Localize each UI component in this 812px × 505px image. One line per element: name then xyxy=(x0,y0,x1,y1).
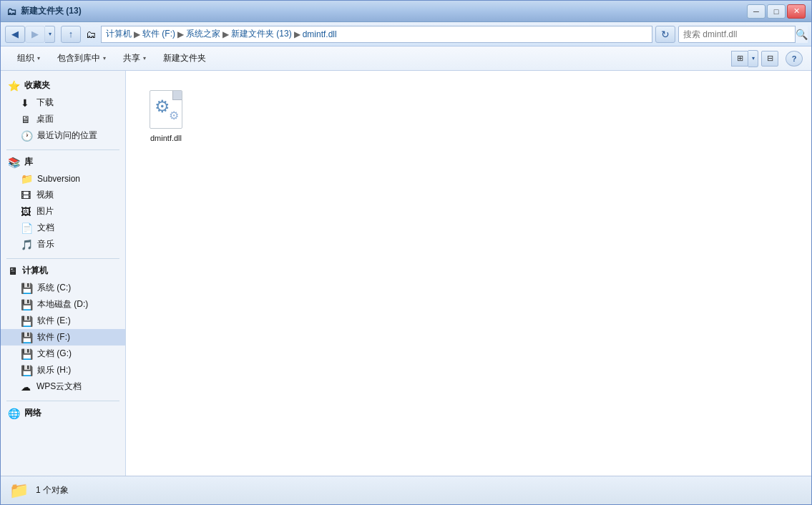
sidebar-item-drive-f[interactable]: 💾 软件 (F:) xyxy=(1,329,125,345)
drive-d-icon: 💾 xyxy=(21,299,33,310)
subversion-icon: 📁 xyxy=(21,173,33,185)
title-bar-left: 🗂 新建文件夹 (13) xyxy=(6,5,82,17)
include-in-library-button[interactable]: 包含到库中 ▾ xyxy=(49,49,114,68)
drive-c-icon: 💾 xyxy=(21,283,33,294)
content-area: ⚙ ⚙ dmintf.dll xyxy=(126,71,811,476)
include-dropdown-icon: ▾ xyxy=(103,55,106,62)
recent-label: 最近访问的位置 xyxy=(37,129,97,142)
search-icon[interactable]: 🔍 xyxy=(795,26,808,43)
folder-nav-icon: 🗂 xyxy=(84,27,98,41)
status-bar: 📁 1 个对象 xyxy=(1,476,811,504)
sidebar-item-drive-c[interactable]: 💾 系统 (C:) xyxy=(1,280,125,296)
video-label: 视频 xyxy=(36,189,54,201)
favorites-header[interactable]: ⭐ 收藏夹 xyxy=(1,77,125,94)
view-buttons: ⊞ ▾ ⊟ xyxy=(731,50,778,67)
drive-g-icon: 💾 xyxy=(21,348,33,360)
desktop-label: 桌面 xyxy=(36,113,54,125)
library-label: 库 xyxy=(24,156,33,168)
file-item-dll[interactable]: ⚙ ⚙ dmintf.dll xyxy=(137,82,195,148)
gear-secondary-icon: ⚙ xyxy=(169,109,179,122)
sidebar-item-music[interactable]: 🎵 音乐 xyxy=(1,236,125,252)
computer-icon: 🖥 xyxy=(8,265,18,277)
sidebar-item-drive-e[interactable]: 💾 软件 (E:) xyxy=(1,313,125,329)
close-button[interactable]: ✕ xyxy=(787,4,806,19)
recent-icon: 🕐 xyxy=(21,130,33,142)
breadcrumb-computer[interactable]: 计算机 xyxy=(106,28,132,40)
maximize-button[interactable]: □ xyxy=(767,4,786,19)
desktop-icon: 🖥 xyxy=(21,114,32,125)
up-button[interactable]: ↑ xyxy=(61,26,81,43)
back-button[interactable]: ◀ xyxy=(5,26,25,43)
sidebar-item-drive-g[interactable]: 💾 文档 (G:) xyxy=(1,345,125,362)
sidebar-item-wps-cloud[interactable]: ☁ WPS云文档 xyxy=(1,378,125,395)
forward-button[interactable]: ▶ xyxy=(25,26,45,43)
drive-c-label: 系统 (C:) xyxy=(37,282,71,294)
sidebar-item-subversion[interactable]: 📁 Subversion xyxy=(1,171,125,187)
divider-1 xyxy=(6,149,119,150)
search-input[interactable] xyxy=(679,29,795,39)
main-area: ⭐ 收藏夹 ⬇ 下载 🖥 桌面 🕐 最近访问的位置 📚 库 xyxy=(1,71,811,476)
download-icon: ⬇ xyxy=(21,97,32,109)
wps-cloud-label: WPS云文档 xyxy=(36,381,82,393)
subversion-label: Subversion xyxy=(37,174,80,184)
network-label: 网络 xyxy=(24,407,41,419)
computer-header[interactable]: 🖥 计算机 xyxy=(1,262,125,280)
music-label: 音乐 xyxy=(37,238,54,250)
breadcrumb-folder1[interactable]: 系统之家 xyxy=(186,28,220,40)
nav-dropdown[interactable]: ▾ xyxy=(45,26,55,43)
view-dropdown[interactable]: ▾ xyxy=(748,50,758,67)
pictures-label: 图片 xyxy=(36,205,54,217)
download-label: 下载 xyxy=(36,97,54,109)
share-button[interactable]: 共享 ▾ xyxy=(115,49,154,68)
network-icon: 🌐 xyxy=(8,408,20,419)
drive-f-icon: 💾 xyxy=(21,332,33,343)
sidebar-item-drive-h[interactable]: 💾 娱乐 (H:) xyxy=(1,362,125,378)
drive-h-icon: 💾 xyxy=(21,365,33,376)
organize-label: 组织 xyxy=(17,52,34,64)
favorites-label: 收藏夹 xyxy=(24,79,50,92)
divider-2 xyxy=(6,258,119,259)
sidebar-item-download[interactable]: ⬇ 下载 xyxy=(1,94,125,111)
sidebar-item-pictures[interactable]: 🖼 图片 xyxy=(1,203,125,220)
library-header[interactable]: 📚 库 xyxy=(1,153,125,171)
sidebar-section-favorites: ⭐ 收藏夹 ⬇ 下载 🖥 桌面 🕐 最近访问的位置 xyxy=(1,77,125,144)
organize-dropdown-icon: ▾ xyxy=(37,55,40,62)
help-button[interactable]: ? xyxy=(786,51,803,67)
refresh-button[interactable]: ↻ xyxy=(655,26,675,43)
network-header[interactable]: 🌐 网络 xyxy=(1,404,125,422)
sidebar-section-network: 🌐 网络 xyxy=(1,404,125,422)
file-list: ⚙ ⚙ dmintf.dll xyxy=(137,82,800,464)
window-title: 新建文件夹 (13) xyxy=(21,5,82,17)
title-bar: 🗂 新建文件夹 (13) ─ □ ✕ xyxy=(1,1,811,22)
sidebar-item-documents[interactable]: 📄 文档 xyxy=(1,220,125,236)
gear-main-icon: ⚙ xyxy=(155,97,170,117)
sidebar-item-drive-d[interactable]: 💾 本地磁盘 (D:) xyxy=(1,296,125,313)
documents-icon: 📄 xyxy=(21,222,33,234)
breadcrumb-folder2[interactable]: 新建文件夹 (13) xyxy=(231,28,292,40)
music-icon: 🎵 xyxy=(21,239,33,250)
details-pane-button[interactable]: ⊟ xyxy=(761,51,778,67)
library-icon: 📚 xyxy=(8,157,20,168)
include-label: 包含到库中 xyxy=(57,52,100,64)
status-text: 1 个对象 xyxy=(36,484,69,496)
view-mode-button[interactable]: ⊞ xyxy=(731,51,748,67)
sidebar-section-library: 📚 库 📁 Subversion 🎞 视频 🖼 图片 📄 文档 🎵 音乐 xyxy=(1,153,125,252)
drive-f-label: 软件 (F:) xyxy=(37,331,70,343)
new-folder-button[interactable]: 新建文件夹 xyxy=(155,49,214,68)
title-bar-buttons: ─ □ ✕ xyxy=(747,4,806,19)
sidebar-item-video[interactable]: 🎞 视频 xyxy=(1,187,125,203)
share-label: 共享 xyxy=(123,52,140,64)
breadcrumb-file[interactable]: dmintf.dll xyxy=(303,29,337,39)
address-path[interactable]: 计算机 ▶ 软件 (F:) ▶ 系统之家 ▶ 新建文件夹 (13) ▶ dmin… xyxy=(101,26,652,43)
minimize-button[interactable]: ─ xyxy=(747,4,765,19)
organize-button[interactable]: 组织 ▾ xyxy=(9,49,48,68)
sidebar-item-desktop[interactable]: 🖥 桌面 xyxy=(1,111,125,127)
sidebar: ⭐ 收藏夹 ⬇ 下载 🖥 桌面 🕐 最近访问的位置 📚 库 xyxy=(1,71,126,476)
search-box[interactable]: 🔍 xyxy=(678,26,807,43)
sidebar-item-recent[interactable]: 🕐 最近访问的位置 xyxy=(1,127,125,144)
file-icon-container: ⚙ ⚙ xyxy=(145,88,187,131)
share-dropdown-icon: ▾ xyxy=(143,55,146,62)
favorites-star-icon: ⭐ xyxy=(8,80,20,92)
breadcrumb-drive[interactable]: 软件 (F:) xyxy=(142,28,175,40)
computer-label: 计算机 xyxy=(22,265,48,277)
